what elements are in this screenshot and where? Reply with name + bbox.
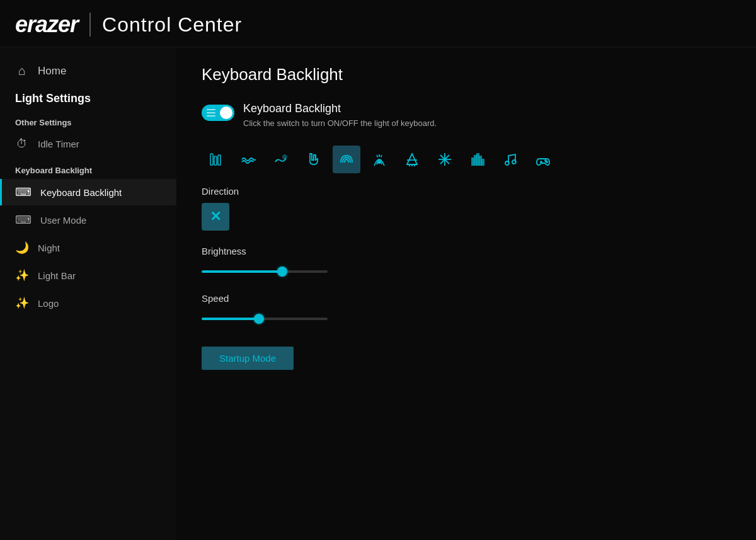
effect-icons-row — [202, 146, 731, 173]
effect-game-btn[interactable] — [529, 146, 557, 173]
logo-cc: Control Center — [102, 13, 242, 37]
effect-ripple-btn[interactable] — [365, 146, 393, 173]
speed-section: Speed — [202, 293, 731, 323]
startup-mode-button[interactable]: Startup Mode — [202, 347, 294, 370]
sidebar-section-title: Light Settings — [0, 86, 176, 109]
brightness-slider[interactable] — [202, 270, 328, 273]
toggle-desc: Click the switch to turn ON/OFF the ligh… — [243, 118, 437, 128]
svg-point-3 — [283, 155, 287, 159]
sidebar-item-home[interactable]: ⌂ Home — [0, 57, 176, 84]
svg-rect-19 — [479, 156, 481, 165]
sidebar: ⌂ Home Light Settings Other Settings ⏱ I… — [0, 47, 176, 540]
brightness-section: Brightness — [202, 246, 731, 275]
header: erazer Control Center — [0, 0, 756, 47]
svg-line-7 — [381, 155, 382, 158]
direction-label: Direction — [202, 186, 731, 197]
sidebar-night-label: Night — [38, 243, 60, 253]
logo-erazer: erazer — [15, 11, 78, 38]
effect-static-btn[interactable] — [202, 146, 229, 173]
svg-rect-1 — [214, 156, 217, 165]
main-layout: ⌂ Home Light Settings Other Settings ⏱ I… — [0, 47, 756, 540]
night-icon: 🌙 — [15, 241, 29, 255]
home-label: Home — [38, 65, 66, 78]
direction-x-button[interactable]: ✕ — [202, 203, 229, 231]
speed-label: Speed — [202, 293, 731, 304]
sidebar-item-light-bar[interactable]: ✨ Light Bar — [0, 262, 176, 289]
content-area: Keyboard Backlight Keyboard Backlight Cl… — [176, 47, 756, 540]
effect-star-btn[interactable] — [431, 146, 459, 173]
svg-rect-18 — [477, 154, 479, 165]
keyboard-backlight-icon: ⌨ — [15, 185, 32, 199]
svg-rect-0 — [210, 154, 213, 165]
idle-timer-icon: ⏱ — [15, 137, 29, 151]
effect-equalizer-btn[interactable] — [464, 146, 491, 173]
sidebar-keyboard-backlight-label: Keyboard Backlight — [40, 187, 122, 198]
sidebar-user-mode-label: User Mode — [40, 215, 86, 226]
effect-music-btn[interactable] — [496, 146, 524, 173]
logo-icon: ✨ — [15, 296, 29, 310]
effect-breathe-btn[interactable] — [267, 146, 295, 173]
toggle-label-group: Keyboard Backlight Click the switch to t… — [243, 102, 437, 128]
idle-timer-label: Idle Timer — [38, 139, 79, 149]
brightness-label: Brightness — [202, 246, 731, 256]
effect-marquee-btn[interactable] — [398, 146, 426, 173]
sidebar-item-keyboard-backlight[interactable]: ⌨ Keyboard Backlight — [0, 179, 176, 205]
effect-wave-btn[interactable] — [234, 146, 262, 173]
light-bar-icon: ✨ — [15, 268, 29, 282]
user-mode-icon: ⌨ — [15, 213, 32, 227]
home-icon: ⌂ — [15, 64, 29, 78]
logo-divider — [89, 13, 91, 37]
svg-point-26 — [546, 161, 547, 163]
logo: erazer Control Center — [15, 11, 741, 38]
toggle-title: Keyboard Backlight — [243, 102, 437, 115]
effect-touch-btn[interactable] — [300, 146, 328, 173]
svg-rect-16 — [472, 158, 474, 165]
x-icon: ✕ — [210, 209, 221, 225]
svg-rect-17 — [474, 156, 476, 165]
sidebar-other-settings-label: Other Settings — [0, 110, 176, 130]
keyboard-backlight-toggle[interactable] — [202, 105, 234, 121]
sidebar-light-bar-label: Light Bar — [38, 270, 76, 281]
page-title: Keyboard Backlight — [202, 65, 731, 84]
speed-slider[interactable] — [202, 318, 328, 320]
sidebar-logo-label: Logo — [38, 298, 59, 309]
svg-rect-20 — [482, 159, 484, 165]
svg-rect-2 — [218, 155, 220, 165]
svg-line-6 — [377, 155, 378, 158]
sidebar-item-logo[interactable]: ✨ Logo — [0, 290, 176, 316]
sidebar-keyboard-backlight-section: Keyboard Backlight — [0, 158, 176, 178]
effect-rainbow-btn[interactable] — [333, 146, 360, 173]
sidebar-item-user-mode[interactable]: ⌨ User Mode — [0, 207, 176, 233]
sidebar-item-idle-timer[interactable]: ⏱ Idle Timer — [0, 131, 176, 157]
keyboard-backlight-toggle-row: Keyboard Backlight Click the switch to t… — [202, 102, 731, 128]
sidebar-item-night[interactable]: 🌙 Night — [0, 234, 176, 261]
